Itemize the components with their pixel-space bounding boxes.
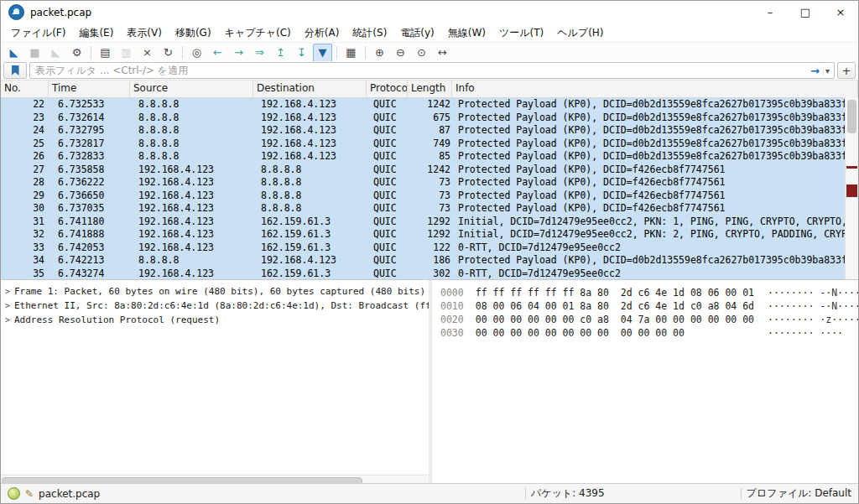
resize-columns-icon[interactable]: ↔ <box>433 44 452 62</box>
auto-scroll-icon[interactable]: ▼ <box>313 44 332 62</box>
packet-cell-src: 192.168.4.123 <box>135 164 258 177</box>
status-packet-count: パケット: 4395 <box>531 486 605 501</box>
zoom-out-icon[interactable]: ⊖ <box>391 44 410 62</box>
menu-item[interactable]: ツール(T) <box>492 24 550 42</box>
packet-cell-dst: 192.168.4.123 <box>258 254 370 268</box>
hex-dump-pane: 0000ff ff ff ff ff ff 8a 80 2d c6 4e 1d … <box>432 280 858 486</box>
close-file-icon[interactable]: × <box>138 44 157 62</box>
packet-cell-no: 34 <box>1 254 55 268</box>
capture-options-icon[interactable]: ⚙ <box>67 44 86 62</box>
restart-capture-icon[interactable]: ◣ <box>46 44 65 62</box>
packet-cell-time: 6.732833 <box>55 150 135 164</box>
packet-cell-no: 30 <box>1 202 55 216</box>
menu-item[interactable]: 表示(V) <box>120 24 169 42</box>
packet-row[interactable]: 286.736222192.168.4.1238.8.8.8QUIC73Prot… <box>1 176 846 190</box>
stop-capture-icon[interactable]: ■ <box>25 44 44 62</box>
menu-item[interactable]: 編集(E) <box>72 24 120 42</box>
packet-row[interactable]: 246.7327958.8.8.8192.168.4.123QUIC87Prot… <box>1 124 846 138</box>
menu-item[interactable]: キャプチャ(C) <box>218 24 298 42</box>
packet-cell-proto: QUIC <box>370 138 410 151</box>
column-header-no[interactable]: No. <box>1 81 49 97</box>
filter-apply-button[interactable]: → <box>807 65 823 77</box>
packet-row[interactable]: 226.7325338.8.8.8192.168.4.123QUIC1242Pr… <box>1 98 846 112</box>
column-header-time[interactable]: Time <box>49 81 130 97</box>
hex-row[interactable]: 0000ff ff ff ff ff ff 8a 80 2d c6 4e 1d … <box>440 286 858 299</box>
close-button[interactable]: × <box>823 1 858 23</box>
packet-cell-len: 749 <box>410 138 455 151</box>
packet-cell-len: 1292 <box>410 216 455 229</box>
packet-row[interactable]: 266.7328338.8.8.8192.168.4.123QUIC85Prot… <box>1 150 846 164</box>
packet-list-scrollbar[interactable] <box>845 97 858 280</box>
column-header-src[interactable]: Source <box>130 81 253 97</box>
packet-cell-proto: QUIC <box>370 150 410 164</box>
status-filename: packet.pcap <box>39 488 100 500</box>
capture-comment-icon[interactable]: ✎ <box>25 488 34 500</box>
go-first-packet-icon[interactable]: ↥ <box>271 44 290 62</box>
packet-row[interactable]: 336.742053192.168.4.123162.159.61.3QUIC1… <box>1 242 846 255</box>
packet-cell-no: 32 <box>1 228 55 242</box>
packet-row[interactable]: 276.735858192.168.4.1238.8.8.8QUIC1242Pr… <box>1 164 846 177</box>
packet-row[interactable]: 236.7326148.8.8.8192.168.4.123QUIC675Pro… <box>1 112 846 125</box>
maximize-button[interactable]: □ <box>788 1 823 23</box>
column-header-dst[interactable]: Destination <box>253 81 367 97</box>
scrollbar-thumb[interactable] <box>847 100 856 133</box>
hex-row[interactable]: 001008 00 06 04 00 01 8a 80 2d c6 4e 1d … <box>440 299 858 313</box>
packet-row[interactable]: 326.741888192.168.4.123162.159.61.3QUIC1… <box>1 228 846 242</box>
menu-item[interactable]: 電話(y) <box>393 24 440 42</box>
menu-item[interactable]: 統計(S) <box>346 24 393 42</box>
zoom-original-icon[interactable]: ⊙ <box>412 44 431 62</box>
menu-item[interactable]: 分析(A) <box>298 24 346 42</box>
reload-file-icon[interactable]: ↻ <box>159 44 178 62</box>
packet-row[interactable]: 296.736650192.168.4.1238.8.8.8QUIC73Prot… <box>1 190 846 203</box>
expand-arrow-icon[interactable]: > <box>1 287 14 296</box>
filter-bookmark-button[interactable] <box>3 62 27 79</box>
packet-cell-dst: 192.168.4.123 <box>258 112 370 125</box>
go-forward-icon[interactable]: → <box>229 44 248 62</box>
go-back-icon[interactable]: ← <box>208 44 227 62</box>
expand-arrow-icon[interactable]: > <box>1 301 14 310</box>
menu-item[interactable]: ファイル(F) <box>4 24 72 42</box>
packet-cell-len: 302 <box>410 268 455 281</box>
detail-line[interactable]: >Ethernet II, Src: 8a:80:2d:c6:4e:1d (8a… <box>1 299 429 313</box>
packet-cell-proto: QUIC <box>370 242 410 255</box>
packet-cell-time: 6.741180 <box>55 216 135 229</box>
window-title: packet.pcap <box>30 7 91 18</box>
go-last-packet-icon[interactable]: ↧ <box>292 44 311 62</box>
menu-item[interactable]: 移動(G) <box>169 24 218 42</box>
packet-cell-len: 73 <box>410 202 455 216</box>
packet-list-header: No.TimeSourceDestinationProtocolLengthIn… <box>1 81 858 98</box>
column-header-info[interactable]: Info <box>452 81 858 97</box>
packet-row[interactable]: 306.737035192.168.4.1238.8.8.8QUIC73Prot… <box>1 202 846 216</box>
packet-row[interactable]: 356.743274192.168.4.123162.159.61.3QUIC3… <box>1 268 846 281</box>
detail-line[interactable]: >Frame 1: Packet, 60 bytes on wire (480 … <box>1 284 429 299</box>
filter-add-button[interactable]: + <box>837 62 856 79</box>
column-header-len[interactable]: Length <box>408 81 452 97</box>
minimize-button[interactable]: – <box>752 1 788 23</box>
find-packet-icon[interactable]: ◎ <box>187 44 206 62</box>
expert-info-icon[interactable] <box>8 487 20 500</box>
packet-row[interactable]: 256.7328178.8.8.8192.168.4.123QUIC749Pro… <box>1 138 846 151</box>
go-to-packet-icon[interactable]: ⇒ <box>250 44 269 62</box>
menu-item[interactable]: 無線(W) <box>441 24 492 42</box>
menu-item[interactable]: ヘルプ(H) <box>550 24 610 42</box>
status-profile[interactable]: プロファイル: Default <box>747 486 851 501</box>
packet-cell-proto: QUIC <box>370 254 410 268</box>
open-file-icon[interactable]: ▤ <box>96 44 115 62</box>
packet-cell-proto: QUIC <box>370 164 410 177</box>
packet-row[interactable]: 316.741180192.168.4.123162.159.61.3QUIC1… <box>1 216 846 229</box>
packet-row[interactable]: 346.7422138.8.8.8192.168.4.123QUIC186Pro… <box>1 254 846 268</box>
display-filter-input[interactable]: 表示フィルタ ... <Ctrl-/> を適用 → ▾ <box>29 62 835 79</box>
detail-line[interactable]: >Address Resolution Protocol (request) <box>1 313 429 327</box>
colorize-packets-icon[interactable]: ▦ <box>341 44 361 62</box>
hex-row[interactable]: 003000 00 00 00 00 00 00 00 00 00 00 00·… <box>440 326 858 340</box>
expand-arrow-icon[interactable]: > <box>1 315 14 325</box>
packet-cell-time: 6.732614 <box>55 112 135 125</box>
packet-cell-no: 23 <box>1 112 55 125</box>
column-header-proto[interactable]: Protocol <box>367 81 408 97</box>
save-file-icon[interactable]: ▥ <box>117 44 136 62</box>
filter-dropdown-chevron[interactable]: ▾ <box>823 66 834 75</box>
start-capture-icon[interactable]: ◣ <box>4 44 23 62</box>
zoom-in-icon[interactable]: ⊕ <box>370 44 389 62</box>
packet-cell-dst: 162.159.61.3 <box>258 228 370 242</box>
hex-row[interactable]: 002000 00 00 00 00 00 c0 a8 04 7a 00 00 … <box>440 313 858 326</box>
